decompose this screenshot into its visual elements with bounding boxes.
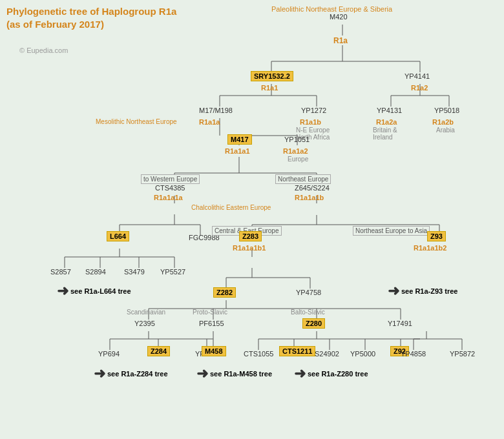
node-Z93: Z93 [427, 232, 446, 240]
see-Z93-arrow: ➜ see R1a-Z93 tree [388, 283, 457, 300]
node-YP1051: YP1051 [284, 136, 310, 143]
node-YP4131: YP4131 [377, 107, 402, 114]
node-R1a1a2: R1a1a2 [283, 147, 308, 155]
britain-ireland-label: Britain & Ireland [373, 127, 397, 141]
see-Z280-arrow: ➜ see R1a-Z280 tree [294, 365, 368, 382]
node-R1a: R1a [333, 36, 348, 45]
node-YP5872: YP5872 [450, 350, 475, 358]
see-Z284-arrow: ➜ see R1a-Z284 tree [94, 365, 168, 382]
node-Y17491: Y17491 [388, 320, 412, 327]
node-M17M198: M17/M198 [199, 107, 233, 114]
node-R1a2: R1a2 [411, 84, 428, 92]
node-S2857: S2857 [50, 268, 71, 276]
see-L664-arrow: ➜ see R1a-L664 tree [57, 283, 131, 300]
node-R1a1a1b: R1a1a1b [295, 194, 324, 201]
node-Z284: Z284 [147, 347, 170, 355]
scandinavian-label: Scandinavian [127, 309, 165, 316]
balto-slavic-label: Balto-Slavic [291, 309, 325, 316]
node-S24902: S24902 [315, 350, 339, 358]
node-R1a1b: R1a1b [300, 118, 321, 126]
node-YP5000: YP5000 [350, 350, 375, 358]
page: Phylogenetic tree of Haplogroup R1a (as … [0, 0, 504, 439]
node-Y2395: Y2395 [134, 320, 155, 327]
node-YP694: YP694 [98, 350, 120, 358]
europe-label: Europe [288, 156, 308, 163]
node-R1a1a1a: R1a1a1a [154, 194, 183, 201]
node-YP1272: YP1272 [301, 107, 326, 114]
node-R1a2b: R1a2b [432, 118, 454, 126]
node-Z283: Z283 [239, 232, 262, 240]
node-YP5018: YP5018 [434, 107, 459, 114]
node-PF6155: PF6155 [199, 320, 224, 327]
node-Z280: Z280 [302, 320, 325, 327]
node-R1a1: R1a1 [261, 84, 278, 92]
to-western-europe-label: to Western Europe [141, 174, 200, 184]
see-M458-arrow: ➜ see R1a-M458 tree [196, 365, 272, 382]
node-CTS1055: CTS1055 [244, 350, 273, 358]
node-CTS4385: CTS4385 [155, 184, 185, 192]
node-S3479: S3479 [124, 268, 145, 276]
chalcolithic-label: Chalcolithic Eastern Europe [191, 204, 271, 211]
node-SRY1532: SRY1532.2 [251, 72, 293, 80]
node-R1a1a: R1a1a [199, 118, 220, 126]
node-R1a1a1: R1a1a1 [225, 147, 250, 155]
node-L664: L664 [107, 232, 129, 240]
node-R1a1a1b2: R1a1a1b2 [414, 244, 446, 252]
node-Z282: Z282 [213, 289, 236, 296]
node-CTS1211: CTS1211 [279, 347, 315, 355]
node-Z645: Z645/S224 [295, 184, 330, 192]
node-YP5527: YP5527 [160, 268, 185, 276]
node-M458: M458 [202, 347, 226, 355]
node-YP4858: YP4858 [401, 350, 426, 358]
northeast-europe-label: Northeast Europe [275, 174, 331, 184]
node-M420: M420 [330, 13, 348, 21]
node-YP4758: YP4758 [296, 289, 321, 296]
node-R1a2a: R1a2a [376, 118, 397, 126]
arabia-label: Arabia [436, 127, 455, 134]
proto-slavic-label: Proto-Slavic [193, 309, 227, 316]
node-R1a1a1b1: R1a1a1b1 [233, 244, 266, 252]
node-M417: M417 [227, 136, 252, 143]
node-S2894: S2894 [85, 268, 106, 276]
node-YP4141: YP4141 [404, 72, 430, 80]
ne-asia-label: Northeast Europe to Asia [353, 226, 430, 236]
mesolithic-label: Mesolithic Northeast Europe [96, 118, 177, 125]
